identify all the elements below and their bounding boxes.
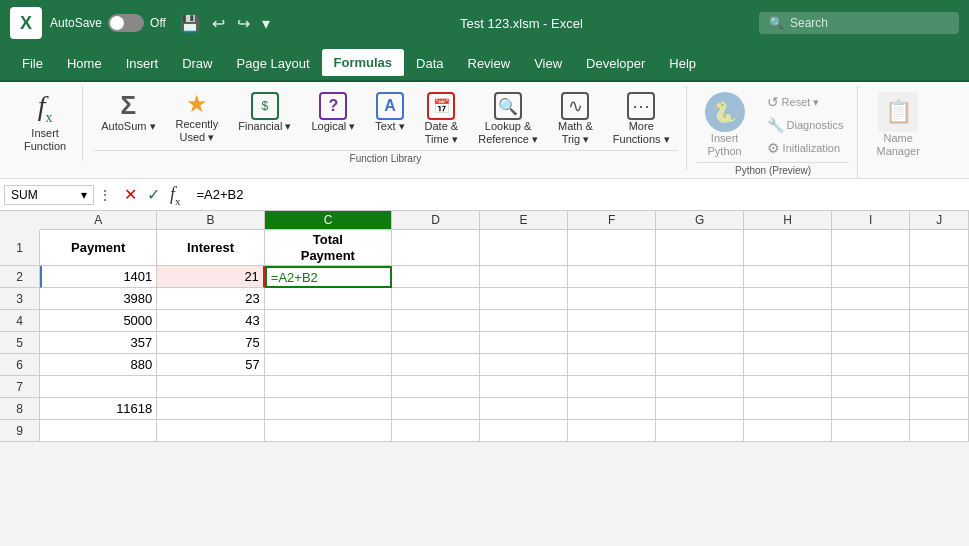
cell-D1[interactable]: [392, 230, 480, 266]
menu-view[interactable]: View: [522, 50, 574, 77]
cell-J9[interactable]: [910, 420, 969, 442]
cell-G7[interactable]: [656, 376, 744, 398]
search-box[interactable]: 🔍: [759, 12, 959, 34]
cell-C4[interactable]: [265, 310, 392, 332]
math-trig-button[interactable]: ∿ Math &Trig ▾: [550, 88, 601, 150]
cell-G5[interactable]: [656, 332, 744, 354]
cell-I5[interactable]: [832, 332, 910, 354]
autosave-toggle-switch[interactable]: [108, 14, 144, 32]
cell-H5[interactable]: [744, 332, 832, 354]
cell-D9[interactable]: [392, 420, 480, 442]
cell-E4[interactable]: [480, 310, 568, 332]
cell-J7[interactable]: [910, 376, 969, 398]
cell-I4[interactable]: [832, 310, 910, 332]
col-header-J[interactable]: J: [910, 211, 969, 229]
cell-F8[interactable]: [568, 398, 656, 420]
cell-A2[interactable]: 1401: [40, 266, 157, 288]
name-manager-button[interactable]: 📋 NameManager: [868, 88, 927, 162]
cell-G8[interactable]: [656, 398, 744, 420]
cell-A1[interactable]: Payment: [40, 230, 157, 266]
cell-A4[interactable]: 5000: [40, 310, 157, 332]
cell-B7[interactable]: [157, 376, 265, 398]
cell-F9[interactable]: [568, 420, 656, 442]
cell-E5[interactable]: [480, 332, 568, 354]
cell-F6[interactable]: [568, 354, 656, 376]
cell-D6[interactable]: [392, 354, 480, 376]
diagnostics-button[interactable]: 🔧 Diagnostics: [761, 115, 850, 135]
cell-C5[interactable]: [265, 332, 392, 354]
cell-F2[interactable]: [568, 266, 656, 288]
cell-J4[interactable]: [910, 310, 969, 332]
menu-draw[interactable]: Draw: [170, 50, 224, 77]
reset-button[interactable]: ↺ Reset ▾: [761, 92, 850, 112]
col-header-D[interactable]: D: [392, 211, 480, 229]
cell-H4[interactable]: [744, 310, 832, 332]
cell-D2[interactable]: [392, 266, 480, 288]
cell-B1[interactable]: Interest: [157, 230, 265, 266]
cell-B9[interactable]: [157, 420, 265, 442]
col-header-H[interactable]: H: [744, 211, 832, 229]
autosum-button[interactable]: Σ AutoSum ▾: [93, 88, 163, 137]
cell-G3[interactable]: [656, 288, 744, 310]
datetime-button[interactable]: 📅 Date &Time ▾: [417, 88, 467, 150]
cell-H2[interactable]: [744, 266, 832, 288]
cell-C8[interactable]: [265, 398, 392, 420]
cell-G6[interactable]: [656, 354, 744, 376]
cell-I3[interactable]: [832, 288, 910, 310]
menu-formulas[interactable]: Formulas: [322, 49, 405, 78]
cell-F4[interactable]: [568, 310, 656, 332]
row-num-5[interactable]: 5: [0, 332, 40, 354]
menu-insert[interactable]: Insert: [114, 50, 171, 77]
more-icon[interactable]: ▾: [258, 12, 274, 35]
cell-G2[interactable]: [656, 266, 744, 288]
menu-file[interactable]: File: [10, 50, 55, 77]
cell-J1[interactable]: [910, 230, 969, 266]
cell-D3[interactable]: [392, 288, 480, 310]
cell-E1[interactable]: [480, 230, 568, 266]
cell-I8[interactable]: [832, 398, 910, 420]
cell-E6[interactable]: [480, 354, 568, 376]
cell-H9[interactable]: [744, 420, 832, 442]
cell-A6[interactable]: 880: [40, 354, 157, 376]
recently-used-button[interactable]: ★ RecentlyUsed ▾: [168, 88, 227, 148]
row-num-3[interactable]: 3: [0, 288, 40, 310]
menu-review[interactable]: Review: [456, 50, 523, 77]
cell-E2[interactable]: [480, 266, 568, 288]
cell-B4[interactable]: 43: [157, 310, 265, 332]
insert-python-button[interactable]: 🐍 InsertPython: [697, 88, 753, 162]
col-header-G[interactable]: G: [656, 211, 744, 229]
menu-data[interactable]: Data: [404, 50, 455, 77]
cell-H3[interactable]: [744, 288, 832, 310]
row-num-7[interactable]: 7: [0, 376, 40, 398]
insert-function-button[interactable]: fx InsertFunction: [16, 88, 74, 157]
row-num-2[interactable]: 2: [0, 266, 40, 288]
cell-I7[interactable]: [832, 376, 910, 398]
formula-input[interactable]: [193, 185, 965, 204]
row-num-4[interactable]: 4: [0, 310, 40, 332]
cell-J2[interactable]: [910, 266, 969, 288]
cell-D4[interactable]: [392, 310, 480, 332]
cell-F1[interactable]: [568, 230, 656, 266]
save-icon[interactable]: 💾: [176, 12, 204, 35]
lookup-reference-button[interactable]: 🔍 Lookup &Reference ▾: [470, 88, 546, 150]
cell-B6[interactable]: 57: [157, 354, 265, 376]
cell-E3[interactable]: [480, 288, 568, 310]
cell-F5[interactable]: [568, 332, 656, 354]
name-box-dropdown[interactable]: ▾: [81, 188, 87, 202]
expand-icon[interactable]: ⋮: [98, 187, 112, 203]
cell-G9[interactable]: [656, 420, 744, 442]
cell-C7[interactable]: [265, 376, 392, 398]
cell-H7[interactable]: [744, 376, 832, 398]
col-header-E[interactable]: E: [480, 211, 568, 229]
menu-home[interactable]: Home: [55, 50, 114, 77]
menu-developer[interactable]: Developer: [574, 50, 657, 77]
cell-B8[interactable]: [157, 398, 265, 420]
row-num-8[interactable]: 8: [0, 398, 40, 420]
cell-J3[interactable]: [910, 288, 969, 310]
cell-A8[interactable]: 11618: [40, 398, 157, 420]
cell-F7[interactable]: [568, 376, 656, 398]
row-num-1[interactable]: 1: [0, 230, 40, 266]
cell-G1[interactable]: [656, 230, 744, 266]
cell-A7[interactable]: [40, 376, 157, 398]
cell-I9[interactable]: [832, 420, 910, 442]
